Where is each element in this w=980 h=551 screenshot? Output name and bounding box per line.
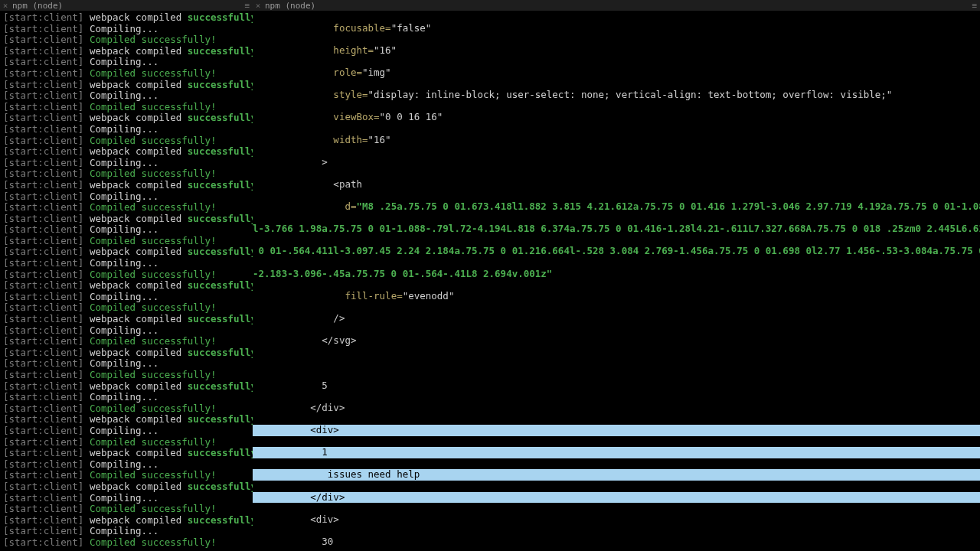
log-line: [start:client] Compiled successfully! [3, 504, 250, 515]
log-line: [start:client] Compiling... [3, 24, 250, 35]
tab-right[interactable]: × npm (node) ≡ [253, 0, 980, 11]
log-line: [start:client] Compiled successfully! [3, 537, 250, 549]
log-line: [start:client] Compiled successfully! [3, 403, 250, 415]
log-line: [start:client] webpack compiled successf… [3, 314, 250, 325]
log-line: [start:client] Compiled successfully! [3, 135, 250, 147]
log-line: [start:client] Compiled successfully! [3, 236, 250, 247]
log-line: [start:client] Compiled successfully! [3, 370, 250, 381]
tab-bar: × npm (node) ≡ × npm (node) ≡ [0, 0, 980, 11]
log-line: [start:client] Compiled successfully! [3, 302, 250, 314]
log-line: [start:client] webpack compiled successf… [3, 12, 250, 24]
log-line: [start:client] Compiled successfully! [3, 102, 250, 113]
menu-icon[interactable]: ≡ [244, 0, 253, 11]
log-line: [start:client] Compiling... [3, 392, 250, 403]
menu-icon[interactable]: ≡ [972, 0, 980, 11]
log-line: [start:client] Compiling... [3, 90, 250, 102]
log-line: [start:client] Compiled successfully! [3, 336, 250, 347]
log-line: [start:client] Compiling... [3, 459, 250, 471]
log-line: [start:client] Compiled successfully! [3, 269, 250, 281]
log-line: [start:client] Compiling... [3, 292, 250, 303]
log-line: [start:client] Compiled successfully! [3, 437, 250, 448]
log-line: [start:client] webpack compiled successf… [3, 80, 250, 91]
log-line: [start:client] webpack compiled successf… [3, 180, 250, 191]
log-line: [start:client] Compiling... [3, 158, 250, 169]
log-line: [start:client] webpack compiled successf… [3, 381, 250, 393]
log-line: [start:client] webpack compiled successf… [3, 146, 250, 158]
log-line: [start:client] webpack compiled successf… [3, 280, 250, 292]
log-line: [start:client] webpack compiled successf… [3, 414, 250, 425]
log-line: [start:client] webpack compiled successf… [3, 481, 250, 493]
log-line: [start:client] webpack compiled successf… [3, 112, 250, 124]
close-icon[interactable]: × [0, 0, 11, 11]
log-line: [start:client] Compiled successfully! [3, 168, 250, 180]
terminal-right[interactable]: focusable="false" height="16" role="img"… [253, 11, 980, 551]
log-line: [start:client] Compiling... [3, 526, 250, 537]
tab-title-right: npm (node) [263, 0, 315, 11]
log-line: [start:client] Compiling... [3, 493, 250, 504]
log-line: [start:client] Compiling... [3, 258, 250, 269]
log-line: [start:client] webpack compiled successf… [3, 347, 250, 359]
log-line: [start:client] Compiling... [3, 425, 250, 437]
log-line: [start:client] Compiled successfully! [3, 470, 250, 481]
log-line: [start:client] Compiled successfully! [3, 34, 250, 46]
log-line: [start:client] Compiling... [3, 325, 250, 337]
tab-title-left: npm (node) [11, 0, 63, 11]
log-line: [start:client] Compiling... [3, 224, 250, 236]
log-line: [start:client] webpack compiled successf… [3, 448, 250, 459]
log-line: [start:client] webpack compiled successf… [3, 515, 250, 527]
log-line: [start:client] Compiling... [3, 191, 250, 203]
log-line: [start:client] webpack compiled successf… [3, 46, 250, 57]
tab-left[interactable]: × npm (node) ≡ [0, 0, 253, 11]
terminal-left[interactable]: [start:client] webpack compiled successf… [0, 11, 253, 551]
log-line: [start:client] Compiled successfully! [3, 202, 250, 214]
log-line: [start:client] Compiled successfully! [3, 68, 250, 80]
log-line: [start:client] webpack compiled successf… [3, 246, 250, 258]
highlighted-selection: <div> [253, 425, 980, 436]
log-line: [start:client] Compiling... [3, 358, 250, 370]
close-icon[interactable]: × [253, 0, 263, 11]
log-line: [start:client] webpack compiled successf… [3, 214, 250, 225]
log-line: [start:client] Compiling... [3, 57, 250, 68]
log-line: [start:client] Compiling... [3, 124, 250, 135]
